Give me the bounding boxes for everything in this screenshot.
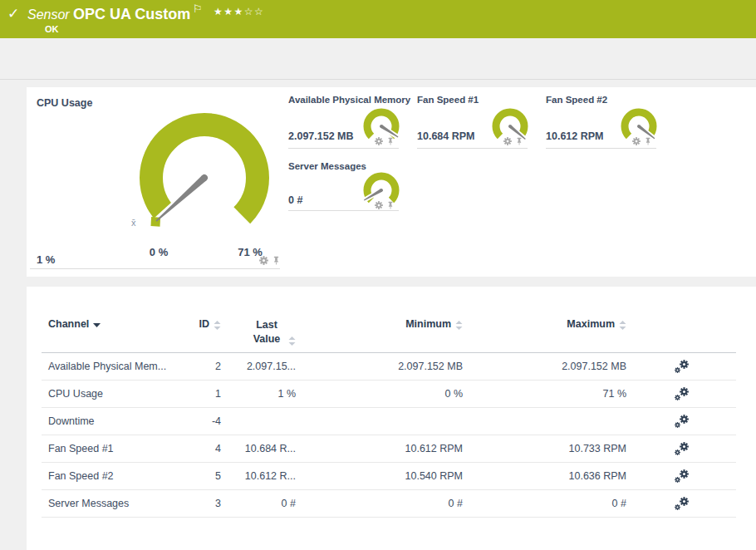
channel-id: 5 <box>198 470 221 482</box>
status-badge: OK <box>45 24 59 34</box>
table-header-row: Channel ID Last Value Minimum Maximum <box>42 312 736 353</box>
gear-icon[interactable] <box>375 201 383 209</box>
channel-name: Downtime <box>48 415 198 427</box>
status-ok-icon: ✓ <box>7 5 19 22</box>
table-row[interactable]: CPU Usage 1 1 % 0 % 71 % <box>42 381 736 408</box>
channel-last-value: 1 % <box>221 388 296 400</box>
gauges-panel: CPU Usage x̄ 0 % 71 % 1 % Available Phys… <box>27 87 756 277</box>
tab-bar: Overview Live Data 2 days 30 days 365 da… <box>0 38 756 80</box>
channel-id: 3 <box>198 498 221 509</box>
channel-minimum: 10.540 RPM <box>296 470 463 482</box>
table-row[interactable]: Fan Speed #1 4 10.684 R... 10.612 RPM 10… <box>42 435 736 463</box>
table-row[interactable]: Downtime -4 <box>42 408 736 435</box>
sort-icon <box>619 320 626 331</box>
sort-icon <box>288 336 296 346</box>
channel-name: Available Physical Mem... <box>48 361 198 372</box>
channel-last-value: 10.612 R... <box>221 470 296 482</box>
col-header-id[interactable]: ID <box>198 318 221 331</box>
channel-settings-gears-icon[interactable] <box>675 387 689 401</box>
channel-id: -4 <box>198 415 221 427</box>
gauge-value: 10.684 RPM <box>417 130 474 142</box>
channel-id: 1 <box>198 388 221 400</box>
sort-icon <box>455 320 463 331</box>
flag-icon[interactable]: ⚐ <box>193 2 203 15</box>
channel-maximum: 71 % <box>463 388 626 400</box>
col-header-maximum[interactable]: Maximum <box>463 318 626 331</box>
star-rating[interactable]: ★★★☆☆ <box>214 6 264 17</box>
sensor-header: ✓ Sensor OPC UA Custom ⚐ ★★★☆☆ OK <box>0 0 756 38</box>
gear-icon[interactable] <box>632 137 641 145</box>
gauge-title: Server Messages <box>288 161 366 171</box>
gauge-avg-marker: x̄ <box>131 218 136 228</box>
pin-icon[interactable] <box>386 201 395 209</box>
pin-icon[interactable] <box>272 256 281 265</box>
gear-icon[interactable] <box>259 256 268 265</box>
caret-down-icon <box>93 323 101 327</box>
channel-last-value: 2.097.15... <box>221 361 296 372</box>
pin-icon[interactable] <box>515 137 523 145</box>
channel-minimum: 10.612 RPM <box>296 443 463 454</box>
gear-icon[interactable] <box>375 137 383 145</box>
cpu-gauge-card: CPU Usage x̄ 0 % 71 % 1 % <box>30 93 280 269</box>
channel-settings-gears-icon[interactable] <box>675 442 689 456</box>
channel-minimum: 0 # <box>296 498 463 509</box>
channel-last-value: 10.684 R... <box>221 443 296 454</box>
channel-settings-gears-icon[interactable] <box>675 360 689 374</box>
channel-id: 2 <box>198 361 221 372</box>
channel-settings-gears-icon[interactable] <box>675 415 689 429</box>
prtg-sensor-page: ✓ Sensor OPC UA Custom ⚐ ★★★☆☆ OK Overvi… <box>0 0 756 550</box>
gauge-title: Fan Speed #1 <box>417 95 479 105</box>
sort-icon <box>214 320 221 331</box>
channel-last-value: 0 # <box>221 498 296 509</box>
channel-maximum: 10.636 RPM <box>463 470 626 482</box>
gauge-value: 1 % <box>37 253 55 266</box>
gauge-value: 0 # <box>288 194 302 206</box>
channel-name: Server Messages <box>48 498 198 509</box>
pin-icon[interactable] <box>644 137 652 145</box>
gear-icon[interactable] <box>503 137 512 145</box>
channel-maximum: 2.097.152 MB <box>463 361 626 372</box>
gauge-value: 2.097.152 MB <box>288 130 354 142</box>
cpu-gauge <box>121 95 287 261</box>
gauge-min-label: 0 % <box>138 246 179 258</box>
gauge-title: CPU Usage <box>37 97 92 109</box>
channels-table-panel: Channel ID Last Value Minimum Maximum <box>27 287 756 550</box>
col-header-channel[interactable]: Channel <box>48 318 198 330</box>
channel-maximum: 0 # <box>463 498 626 509</box>
mini-gauge-card-available-physical-memory: Available Physical Memory 2.097.152 MB <box>288 93 399 149</box>
gauge-title: Fan Speed #2 <box>546 95 607 105</box>
col-header-last-value[interactable]: Last Value <box>221 318 296 346</box>
channel-id: 4 <box>198 443 221 454</box>
channel-maximum: 10.733 RPM <box>463 443 626 454</box>
channel-name: CPU Usage <box>48 388 198 400</box>
channel-minimum: 0 % <box>296 388 463 400</box>
channel-settings-gears-icon[interactable] <box>675 497 689 511</box>
channel-settings-gears-icon[interactable] <box>675 469 689 484</box>
sensor-title: OPC UA Custom <box>73 6 190 23</box>
channel-name: Fan Speed #2 <box>48 470 198 482</box>
table-row[interactable]: Server Messages 3 0 # 0 # 0 # <box>42 490 736 518</box>
channel-name: Fan Speed #1 <box>48 443 198 454</box>
mini-gauge-card-fan-speed-1: Fan Speed #1 10.684 RPM <box>417 93 528 149</box>
gauge-value: 10.612 RPM <box>546 130 603 142</box>
sensor-kind-label: Sensor <box>27 7 70 22</box>
col-header-minimum[interactable]: Minimum <box>296 318 463 331</box>
mini-gauge-card-server-messages: Server Messages 0 # <box>288 160 399 211</box>
channel-minimum: 2.097.152 MB <box>296 361 463 372</box>
table-row[interactable]: Available Physical Mem... 2 2.097.15... … <box>42 353 736 381</box>
mini-gauge-card-fan-speed-2: Fan Speed #2 10.612 RPM <box>546 93 656 149</box>
pin-icon[interactable] <box>386 137 395 145</box>
table-row[interactable]: Fan Speed #2 5 10.612 R... 10.540 RPM 10… <box>42 463 736 490</box>
